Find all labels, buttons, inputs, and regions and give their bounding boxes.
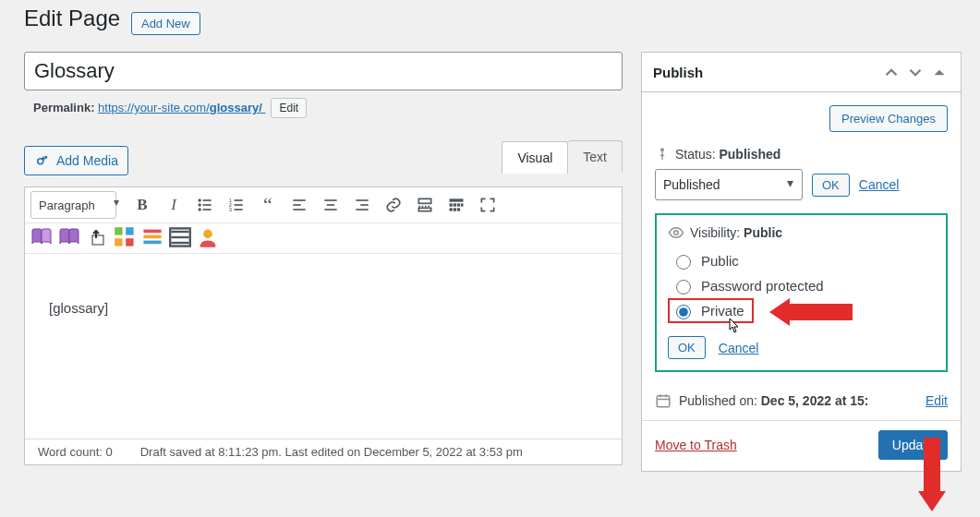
- svg-point-2: [199, 199, 200, 201]
- visibility-private[interactable]: Private: [668, 298, 754, 323]
- svg-rect-31: [450, 208, 453, 210]
- move-to-trash-link[interactable]: Move to Trash: [655, 438, 737, 452]
- ul-button[interactable]: [190, 191, 220, 219]
- svg-rect-28: [454, 203, 456, 206]
- svg-point-6: [199, 209, 200, 210]
- blockquote-button[interactable]: “: [253, 191, 283, 219]
- status-cancel-link[interactable]: Cancel: [859, 177, 900, 192]
- svg-rect-23: [418, 198, 430, 203]
- bold-button[interactable]: B: [127, 191, 157, 219]
- visibility-public-label: Public: [701, 253, 739, 269]
- visibility-cancel-link[interactable]: Cancel: [719, 341, 759, 355]
- move-up-icon[interactable]: [881, 62, 901, 82]
- svg-rect-37: [115, 238, 122, 246]
- svg-rect-36: [126, 227, 133, 234]
- cursor-icon: [727, 318, 740, 337]
- date-edit-link[interactable]: Edit: [926, 393, 948, 408]
- eye-icon: [668, 224, 684, 241]
- calendar-icon: [655, 392, 671, 409]
- visibility-ok-button[interactable]: OK: [668, 336, 706, 359]
- pin-icon: [655, 147, 670, 162]
- title-input[interactable]: [24, 52, 623, 90]
- visibility-box: Visibility: Public Public Password prote…: [655, 213, 948, 372]
- editor-box: Paragraph B I 123 “: [24, 186, 623, 465]
- svg-rect-38: [126, 238, 133, 246]
- tab-visual[interactable]: Visual: [502, 141, 568, 174]
- autosave-text: Draft saved at 8:11:23 pm. Last edited o…: [140, 445, 523, 459]
- add-media-button[interactable]: Add Media: [24, 146, 128, 175]
- svg-rect-26: [450, 198, 464, 201]
- preview-changes-button[interactable]: Preview Changes: [829, 105, 948, 132]
- italic-button[interactable]: I: [159, 191, 188, 219]
- svg-point-1: [45, 157, 47, 159]
- ol-button[interactable]: 123: [222, 191, 251, 219]
- permalink-label: Permalink:: [33, 101, 94, 114]
- glossary-icon-1[interactable]: [30, 227, 53, 247]
- toolbar-toggle-button[interactable]: [442, 191, 471, 219]
- page-heading: Edit Page: [24, 6, 120, 31]
- user-icon[interactable]: [197, 227, 219, 247]
- fullscreen-button[interactable]: [473, 191, 502, 219]
- svg-rect-41: [143, 241, 161, 245]
- stack-icon[interactable]: [141, 227, 163, 247]
- readmore-button[interactable]: [410, 191, 440, 219]
- visibility-public[interactable]: Public: [668, 248, 935, 273]
- status-select[interactable]: Published: [655, 169, 803, 200]
- svg-point-46: [203, 230, 212, 239]
- svg-rect-30: [461, 203, 464, 206]
- editor-toolbar-2: [25, 223, 622, 254]
- file-upload-icon[interactable]: [86, 227, 108, 247]
- permalink-edit-button[interactable]: Edit: [271, 98, 307, 118]
- add-new-button[interactable]: Add New: [131, 12, 200, 35]
- publish-box-title: Publish: [653, 65, 703, 80]
- move-down-icon[interactable]: [905, 62, 926, 82]
- add-media-label: Add Media: [56, 153, 118, 168]
- permalink-link[interactable]: https://your-site.com/glossary/: [98, 101, 265, 114]
- visibility-private-label: Private: [701, 303, 744, 319]
- svg-rect-27: [450, 203, 453, 206]
- align-right-button[interactable]: [347, 191, 377, 219]
- editor-toolbar-1: Paragraph B I 123 “: [25, 187, 622, 223]
- svg-text:3: 3: [229, 207, 232, 212]
- update-button[interactable]: Update: [878, 430, 948, 460]
- svg-rect-48: [657, 396, 670, 407]
- annotation-arrow-private: [769, 298, 853, 326]
- svg-point-4: [199, 204, 200, 206]
- svg-rect-33: [457, 208, 460, 210]
- svg-rect-35: [115, 227, 122, 234]
- collapse-icon[interactable]: [929, 62, 950, 82]
- format-select[interactable]: Paragraph: [30, 191, 116, 219]
- svg-rect-32: [454, 208, 456, 210]
- glossary-icon-2[interactable]: [58, 227, 80, 247]
- svg-rect-29: [457, 203, 460, 206]
- align-center-button[interactable]: [316, 191, 345, 219]
- editor-status-bar: Word count: 0 Draft saved at 8:11:23 pm.…: [25, 439, 622, 464]
- permalink-row: Permalink: https://your-site.com/glossar…: [33, 98, 619, 118]
- publish-box: Publish Preview Changes Status: Publishe…: [641, 52, 962, 472]
- status-ok-button[interactable]: OK: [812, 174, 850, 197]
- svg-rect-39: [143, 230, 161, 234]
- svg-rect-25: [418, 208, 430, 210]
- published-date-value: Dec 5, 2022 at 15:: [761, 393, 869, 408]
- media-icon: [34, 152, 51, 169]
- align-left-button[interactable]: [284, 191, 314, 219]
- svg-point-47: [674, 231, 679, 235]
- svg-rect-34: [92, 235, 103, 245]
- lines-icon[interactable]: [169, 227, 191, 247]
- visibility-password-label: Password protected: [701, 278, 824, 294]
- visibility-password[interactable]: Password protected: [668, 273, 935, 298]
- svg-rect-40: [143, 235, 161, 239]
- color-grid-icon[interactable]: [114, 227, 136, 247]
- editor-content[interactable]: [glossary]: [25, 254, 622, 439]
- tab-text[interactable]: Text: [568, 140, 623, 173]
- link-button[interactable]: [379, 191, 408, 219]
- svg-point-0: [38, 159, 43, 164]
